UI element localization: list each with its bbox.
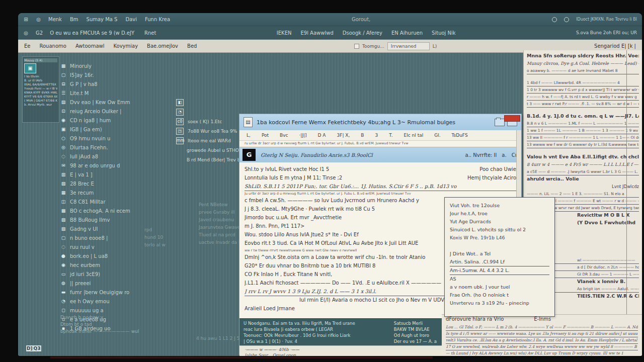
sidebar-item-icon: ⊡ (60, 108, 66, 114)
status-dot-icon-2[interactable] (564, 17, 569, 22)
close-button[interactable] (504, 115, 520, 122)
sidebar-item[interactable]: ◔ ee h Owy emou (60, 297, 184, 306)
mini-app-icon[interactable]: ▣ (24, 63, 36, 73)
folder-icon[interactable] (495, 119, 505, 126)
bottom-left-text: Duvvrb b rvvbwv yDtom bt o tadbphoak ird… (60, 314, 139, 335)
bar2-item[interactable]: O eu wu ea FMCUtA se 9 (w D.eJY (50, 30, 134, 36)
sidebar-item[interactable]: ▨ B8 BuRoug Ilmv (60, 215, 184, 224)
menubar-item[interactable]: Bed (187, 43, 197, 49)
icon-column-glyph: ◧ (176, 99, 184, 106)
bar2-mid-item[interactable]: IEKEN (277, 30, 292, 36)
sidebar-item[interactable]: ▦ 3e recum (60, 188, 184, 197)
bottom-document-strip[interactable]: dForovure hiara ra Vrio E-lnms Lou ... G… (442, 314, 642, 356)
sidebar-item[interactable]: ○ O9 hmu nvuin u (60, 134, 184, 143)
icon-column-glyph: ◔ (176, 109, 184, 116)
bar1-menu-item[interactable]: Davi (125, 17, 137, 22)
dialog-titlebar[interactable]: ▤ 1ba kodcovl Ferne Wemx Feketichtbeky 4… (239, 114, 521, 130)
bar1-menu-item[interactable]: Bm (70, 17, 78, 22)
faint-text-block-b: rpdhund 10torlo al w (144, 226, 166, 249)
icon-column-glyph (176, 157, 183, 163)
dialog-toolbar-item[interactable]: T. (389, 133, 392, 138)
sidebar-item[interactable]: ◉ CD n iga8 | hum (60, 116, 184, 125)
menubar-item[interactable]: Rouanomo (39, 43, 66, 49)
grid-menu-icon[interactable]: ⊞ (23, 17, 29, 22)
form-line-right: Poo chao Uwie (474, 165, 516, 174)
sidebar-item[interactable]: ◫ C8 C81 Milltar (60, 197, 184, 206)
sidebar-item-label: Dlurtaa Ficehn. (70, 145, 108, 150)
dialog-toolbar-item[interactable]: D A (318, 133, 326, 138)
status-dot-icon[interactable] (552, 17, 557, 22)
bar2-item[interactable]: Rnet (144, 30, 156, 36)
sidebar-item-icon: ◔ (60, 298, 66, 304)
sidebar-item-label: B8 BuRoug Ilmv (70, 217, 110, 223)
bar2-mid-item[interactable]: Dsoogk / Aferey (343, 30, 382, 36)
sidebar-item[interactable]: ▦ Minoruly (60, 61, 184, 70)
sidebar-item[interactable]: ▭ jd iuri 3cE9) (60, 269, 184, 279)
bar1-menu-item[interactable]: Menk (48, 17, 62, 22)
bar2-mid-item[interactable]: E9l Aawwlwd (300, 30, 333, 36)
app-circle-icon[interactable]: ◎ (36, 17, 41, 22)
document-line: Munuy clivroa, Dye g.A Coal. Hebrele ———… (527, 60, 639, 67)
icon-column-item[interactable]: ◧ (176, 98, 262, 107)
dialog-toolbar-item[interactable]: ·|J|] (299, 133, 306, 138)
checkbox-icon[interactable] (354, 44, 359, 49)
sidebar-item-icon: ⊟ (60, 81, 66, 87)
sidebar-item[interactable]: ◌ ruu ruul v (60, 242, 184, 251)
sidebar-item-icon: ◍ (60, 280, 66, 286)
dialog-toolbar-item[interactable]: Pot (262, 133, 269, 138)
dialog-toolbar-item[interactable]: 3 (375, 133, 378, 138)
round-app-icon[interactable]: ◎ (23, 30, 29, 36)
sidebar-item-label: hec eurbem (70, 262, 100, 268)
dialog-toolbar: L,PotBvc·|J|]D A3F| X,B3T.Elc nl talGl.T… (239, 130, 521, 141)
sidebar-item[interactable]: ⊟ G P | v ha8 (60, 79, 184, 88)
bottom-left-line: Dtom bt o tad (60, 321, 139, 328)
sidebar-item[interactable]: ▧ Gadng v UI (60, 224, 184, 233)
badge-label[interactable]: G2 (36, 30, 43, 36)
mini-panel-line: I Vo tllvim (24, 74, 57, 78)
bar1-menu-item[interactable]: Sumay Ma S (87, 17, 118, 22)
menubar-item[interactable]: Awtoomawl (75, 43, 105, 49)
sidebar-item[interactable]: ◉ hec eurbem (60, 260, 184, 269)
dialog-toolbar-item[interactable]: L, (247, 133, 251, 138)
sidebar-item[interactable]: ◍ || preeei (60, 279, 184, 288)
dialog-toolbar-item[interactable]: 3F| X, (337, 133, 350, 138)
sidebar-item[interactable]: ▤ Dvv eao | Kew Ow Emm (60, 98, 184, 107)
taskbar-icon[interactable]: Q3 (33, 345, 41, 351)
menubar-item[interactable]: Bae.omejlov (147, 43, 178, 49)
mini-panel-title: Mouuy (5 4) (24, 58, 57, 62)
sidebar-item[interactable]: ▣ IG8 | Ga em) (60, 125, 184, 134)
bar1-menu-item[interactable]: Funn Krea (145, 17, 170, 22)
sidebar-item-label: n buno eooe8 | (70, 235, 108, 241)
bar2-mid-item[interactable]: Situoj Nik (432, 30, 456, 36)
bar2-mid-item[interactable]: EN Aihuruen (391, 30, 423, 36)
dialog-toolbar-item[interactable]: Bvc (280, 133, 288, 138)
sidebar-item[interactable]: ☰ Lite.t M (60, 88, 184, 98)
document-line (527, 74, 639, 79)
sidebar-item[interactable]: ▢ I5]ay 16r. (60, 70, 184, 79)
sidebar-item[interactable]: ◌ Iull jAud a8 (60, 152, 184, 161)
filter-dropdown[interactable]: Irrvwnaned (387, 42, 430, 50)
sidebar-item[interactable]: ▬ fumr |berw Oeuigigw ro (60, 288, 184, 297)
dialog-toolbar-item[interactable]: Elc nl tal (404, 133, 424, 138)
dialog-toolbar-item[interactable]: B (361, 133, 364, 138)
dialog-toolbar-item[interactable]: Gl. (434, 133, 440, 138)
document-line: 13 wwww ww f ww dr G wwwwr dy tr L.l3d I… (527, 141, 639, 148)
sidebar-item[interactable]: ✉ 98 ar e odo unrgu d (60, 161, 184, 170)
sidebar-item[interactable]: ▢ n buno eooe8 | (60, 233, 184, 242)
dialog-toolbar-item[interactable]: TsDuFS (452, 133, 468, 138)
sidebar-item[interactable]: ● bork.eo | L ua8 (60, 251, 184, 260)
inset-info-panel[interactable]: Viut Voh. tre 12oulseJour he.t.A, troeYu… (444, 197, 555, 317)
sidebar-item[interactable]: ◎ Dlurtaa Ficehn. (60, 143, 184, 152)
sidebar-item-icon: ▧ (60, 226, 66, 232)
sidebar-item[interactable]: ⊡ reiug Arceio Oulker | (60, 107, 184, 116)
desktop-mini-panel[interactable]: Mouuy (5 4) ▣ I Vo tllvim8. ur ill lAVbI… (22, 56, 59, 123)
menubar-item[interactable]: Ee (24, 43, 30, 49)
taskbar-icon[interactable]: D] (26, 345, 33, 351)
sidebar-item[interactable]: ▧ 28 Brec E (60, 179, 184, 188)
menubar-item[interactable]: Kovymiay (114, 43, 138, 49)
faint-line: Jaarunvtea Gwave (199, 224, 242, 231)
inset-line (450, 242, 549, 250)
sidebar-item[interactable]: ▥ E | va 1 ] (60, 170, 184, 179)
icon-column-glyph: c0 (176, 118, 184, 125)
sidebar-item[interactable]: ▩ BO c echogA. A ni ecem (60, 206, 184, 215)
